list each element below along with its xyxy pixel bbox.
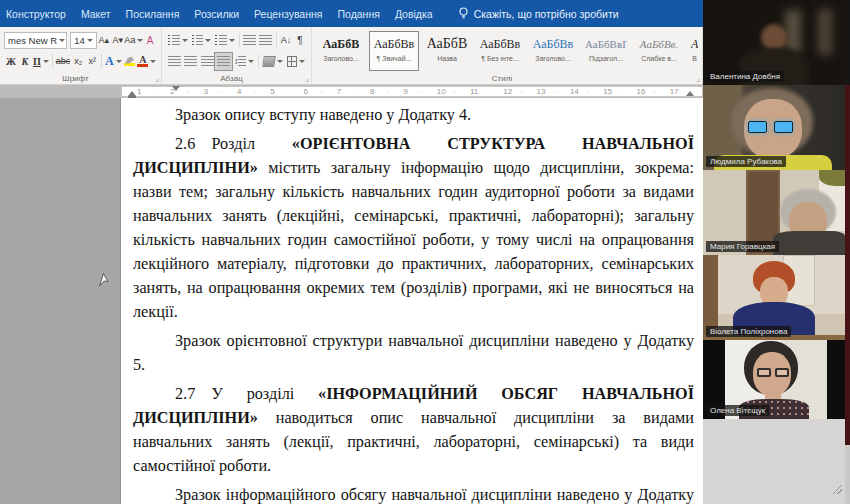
italic-button[interactable]: К — [18, 53, 32, 70]
text-run: Зразок опису вступу наведено у Додатку 4… — [175, 106, 471, 124]
ruler-mark: 7 — [337, 86, 341, 97]
ribbon-group-styles: АаБбВЗаголово...АаБбВв¶ Звичай...АаБбВНа… — [312, 27, 703, 84]
strikethrough-button[interactable]: abc — [55, 53, 72, 70]
style-card-1[interactable]: АаБбВЗаголово... — [316, 31, 366, 71]
change-case-button[interactable]: Аа — [125, 32, 143, 49]
ribbon-tab-1[interactable]: Конструктор — [6, 8, 78, 20]
participant-video-4[interactable]: Віолета Поліхронова — [703, 255, 845, 340]
ruler-page-area — [121, 86, 703, 97]
ruler-tick: · — [353, 86, 356, 97]
document-page[interactable]: Зразок опису вступу наведено у Додатку 4… — [121, 98, 703, 504]
doc-paragraph-4[interactable]: 2.7 У розділі «ІНФОРМАЦІЙНИЙ ОБСЯГ НАВЧА… — [133, 382, 694, 478]
ruler-tick: · — [154, 86, 157, 97]
underline-icon: П — [33, 56, 41, 67]
tell-me-box[interactable]: Скажіть, що потрібно зробити — [458, 7, 619, 20]
doc-paragraph-2[interactable]: 2.6 Розділ «ОРІЄНТОВНА СТРУКТУРА НАВЧАЛЬ… — [133, 132, 694, 324]
participant-name-badge: Олена Вітєщук — [706, 405, 769, 416]
ruler-tick: · — [187, 86, 190, 97]
ribbon-tab-6[interactable]: Подання — [337, 8, 391, 20]
ruler-mark: 3 — [204, 86, 208, 97]
ruler-mark: 13 — [537, 86, 546, 97]
style-card-2[interactable]: АаБбВв¶ Звичай... — [369, 31, 419, 71]
chevron-down-icon — [182, 39, 188, 42]
ruler-tick: · — [287, 86, 290, 97]
decrease-indent-button[interactable] — [242, 32, 258, 49]
chevron-down-icon — [43, 60, 49, 63]
style-card-6[interactable]: АаБбВвГПідзагол... — [581, 31, 631, 71]
style-sample: АаБбВв — [691, 34, 698, 54]
participant-video-3[interactable]: Мария Горавцкая — [703, 170, 845, 255]
ribbon-tab-7[interactable]: Довідка — [395, 8, 445, 20]
ruler[interactable]: 1·2·3·4·5·6·7·8·9·10·11·12·13·14·15·16·1… — [0, 85, 703, 98]
align-left-button[interactable] — [166, 53, 182, 70]
ruler-mark: 5 — [270, 86, 274, 97]
participant-tiles: Валентина Довбня Людмила Рубакова Мария … — [703, 0, 845, 419]
font-color-button[interactable]: А — [137, 53, 158, 70]
styles-dialog-launcher-icon[interactable]: ⌟ — [696, 75, 700, 83]
ribbon-group-font: mes New R 14 А▴ А▾ Аа А Ж К П abc x₂ x² … — [0, 27, 162, 84]
highlight-color-button[interactable] — [123, 53, 137, 70]
text-run: містить загальну інформацію щодо дисципл… — [133, 159, 694, 321]
bold-button[interactable]: Ж — [4, 53, 18, 70]
panel-resize-handle-icon[interactable] — [833, 485, 842, 494]
style-name: Підзагол... — [585, 55, 627, 62]
person-silhouette — [761, 24, 787, 51]
ribbon-tab-4[interactable]: Розсилки — [194, 8, 251, 20]
glasses — [775, 368, 789, 377]
font-dialog-launcher-icon[interactable]: ⌟ — [155, 75, 159, 83]
line-spacing-button[interactable]: ↕ — [232, 53, 256, 70]
justify-button[interactable] — [215, 53, 231, 70]
text-effects-button[interactable]: А — [104, 53, 122, 70]
ribbon-tab-3[interactable]: Посилання — [126, 8, 192, 20]
ruler-tick: · — [487, 86, 490, 97]
underline-button[interactable]: П — [32, 53, 50, 70]
chevron-down-icon — [299, 60, 305, 63]
participant-name-badge: Мария Горавцкая — [706, 241, 779, 252]
bullets-button[interactable] — [166, 32, 190, 49]
ruler-tick: · — [320, 86, 323, 97]
participant-name-badge: Людмила Рубакова — [706, 156, 786, 167]
bullet-list-icon — [168, 35, 180, 46]
doc-paragraph-3[interactable]: Зразок орієнтовної структури навчальної … — [133, 329, 694, 377]
panel-edge-strip — [845, 85, 850, 445]
style-card-3[interactable]: АаБбВНазва — [422, 31, 472, 71]
style-card-5[interactable]: АаБбВвЗаголово... — [528, 31, 578, 71]
ribbon-tab-5[interactable]: Рецензування — [254, 8, 334, 20]
paragraph-dialog-launcher-icon[interactable]: ⌟ — [305, 75, 309, 83]
person-silhouette — [773, 231, 845, 255]
borders-button[interactable] — [285, 53, 307, 70]
style-sample: АаБбВв — [479, 34, 521, 54]
style-name: ¶ Звичай... — [373, 55, 415, 62]
superscript-button[interactable]: x² — [85, 53, 99, 70]
font-size-combobox[interactable]: 14 — [70, 32, 97, 49]
clear-formatting-button[interactable]: А — [143, 32, 157, 49]
participant-video-5[interactable]: Олена Вітєщук — [703, 340, 845, 419]
doc-paragraph-1[interactable]: Зразок опису вступу наведено у Додатку 4… — [133, 103, 694, 127]
ruler-mark: 10 — [437, 86, 446, 97]
align-center-button[interactable] — [182, 53, 198, 70]
ruler-mark: 11 — [470, 86, 478, 97]
numbering-button[interactable] — [190, 32, 214, 49]
font-name-combobox[interactable]: mes New R — [4, 32, 67, 49]
doc-paragraph-5[interactable]: Зразок інформаційного обсягу навчальної … — [133, 483, 694, 504]
show-paragraph-marks-button[interactable]: ¶ — [293, 32, 307, 49]
shading-button[interactable] — [261, 53, 285, 70]
sort-button[interactable]: А↓ — [279, 32, 293, 49]
multilevel-list-button[interactable] — [213, 32, 237, 49]
increase-indent-button[interactable] — [258, 32, 274, 49]
style-card-7[interactable]: АаБбВв.Слабке в... — [634, 31, 684, 71]
participant-video-1[interactable]: Валентина Довбня — [703, 0, 845, 85]
right-indent-marker[interactable] — [686, 91, 694, 96]
ruler-tick: · — [587, 86, 590, 97]
separator — [258, 54, 259, 68]
grow-font-button[interactable]: А▴ — [97, 32, 111, 49]
subscript-button[interactable]: x₂ — [71, 53, 85, 70]
align-right-button[interactable] — [199, 53, 215, 70]
ruler-tick: · — [453, 86, 456, 97]
ruler-mark: 1 — [137, 86, 141, 97]
shrink-font-button[interactable]: А▾ — [111, 32, 125, 49]
style-card-4[interactable]: АаБбВв¶ Без інте... — [475, 31, 525, 71]
style-card-8[interactable]: АаБбВвВ — [687, 31, 698, 71]
ribbon-tab-2[interactable]: Макет — [81, 8, 123, 20]
participant-video-2[interactable]: Людмила Рубакова — [703, 85, 845, 170]
